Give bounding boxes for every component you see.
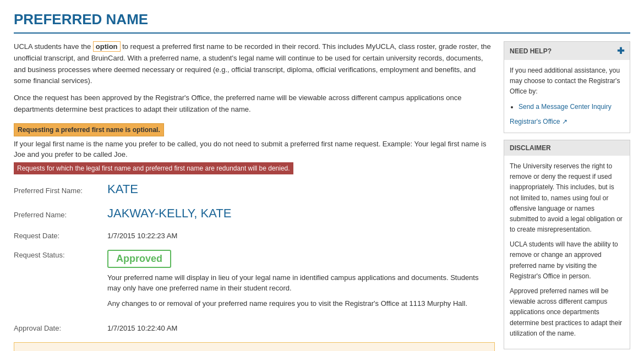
- disclaimer-paragraph-2: UCLA students will have the ability to r…: [510, 239, 624, 282]
- message-center-link[interactable]: Send a Message Center Inquiry: [519, 103, 612, 111]
- preferred-name-row: Preferred Name: JAKWAY-KELLY, KATE: [14, 206, 495, 221]
- intro-before-option: UCLA students have the: [14, 42, 93, 51]
- deny-label: Requests for which the legal first name …: [14, 162, 293, 174]
- disclaimer-paragraph-3: Approved preferred names will be viewabl…: [510, 286, 624, 339]
- preferred-first-name-row: Preferred First Name: KATE: [14, 182, 495, 196]
- approval-date-value: 1/7/2015 10:22:40 AM: [107, 324, 177, 332]
- request-status-label: Request Status:: [14, 250, 107, 259]
- plus-icon: ✚: [617, 46, 624, 56]
- registrar-office-link[interactable]: Registrar's Office ↗: [510, 118, 567, 125]
- main-layout: UCLA students have the option to request…: [14, 41, 630, 351]
- legal-name-warning: ⚠ Your legal name is JAKWAY-KELLY, KATHE…: [14, 342, 495, 351]
- warning-triangle-icon: ⚠: [22, 349, 30, 351]
- need-help-body: If you need additional assistance, you m…: [504, 60, 630, 133]
- page-wrapper: PREFERRED NAME UCLA students have the op…: [0, 0, 644, 351]
- preferred-name-label: Preferred Name:: [14, 210, 107, 219]
- optional-text: If your legal first name is the name you…: [14, 139, 495, 160]
- warning-bar: Requesting a preferred first name is opt…: [14, 123, 495, 174]
- disclaimer-paragraph-1: The University reserves the right to rem…: [510, 161, 624, 235]
- request-date-value: 1/7/2015 10:22:23 AM: [107, 232, 177, 240]
- legal-name-warning-text: Your legal name is JAKWAY-KELLY, KATHERI…: [34, 348, 487, 351]
- optional-label: Requesting a preferred first name is opt…: [14, 123, 164, 136]
- disclaimer-body: The University reserves the right to rem…: [504, 156, 630, 349]
- approval-date-label: Approval Date:: [14, 323, 107, 332]
- approval-date-row: Approval Date: 1/7/2015 10:22:40 AM: [14, 323, 495, 332]
- form-section: Preferred First Name: KATE Preferred Nam…: [14, 182, 495, 333]
- external-link-icon: ↗: [562, 118, 567, 125]
- status-badge: Approved: [107, 250, 171, 268]
- need-help-header: NEED HELP? ✚: [504, 42, 630, 60]
- intro-paragraph-2: Once the request has been approved by th…: [14, 92, 495, 116]
- preferred-first-name-value: KATE: [107, 182, 138, 196]
- need-help-title: NEED HELP?: [510, 47, 552, 55]
- option-highlight: option: [93, 41, 121, 52]
- status-description-1: Your preferred name will display in lieu…: [107, 272, 482, 309]
- sidebar: NEED HELP? ✚ If you need additional assi…: [504, 41, 630, 351]
- page-title: PREFERRED NAME: [14, 11, 630, 34]
- preferred-name-value: JAKWAY-KELLY, KATE: [107, 206, 231, 221]
- need-help-text: If you need additional assistance, you m…: [510, 65, 624, 97]
- need-help-box: NEED HELP? ✚ If you need additional assi…: [504, 41, 630, 133]
- preferred-first-name-label: Preferred First Name:: [14, 185, 107, 195]
- disclaimer-box: DISCLAIMER The University reserves the r…: [504, 140, 630, 349]
- main-content: UCLA students have the option to request…: [14, 41, 495, 351]
- request-date-row: Request Date: 1/7/2015 10:22:23 AM: [14, 231, 495, 240]
- request-date-label: Request Date:: [14, 231, 107, 240]
- disclaimer-header: DISCLAIMER: [504, 140, 630, 156]
- intro-paragraph-1: UCLA students have the option to request…: [14, 41, 495, 87]
- request-status-content: Approved Your preferred name will displa…: [107, 250, 482, 314]
- request-status-row: Request Status: Approved Your preferred …: [14, 250, 495, 314]
